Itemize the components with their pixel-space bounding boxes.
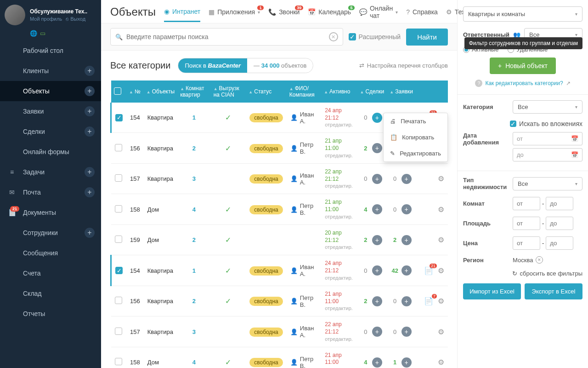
advanced-check[interactable]: ✓ Расширенный [349, 33, 401, 40]
rooms-link[interactable]: 2 [181, 236, 207, 243]
find-button[interactable]: Найти [406, 29, 448, 46]
nav-item-Клиенты[interactable]: Клиенты+ [0, 61, 101, 81]
import-button[interactable]: Импорт из Excel [463, 283, 521, 299]
fio[interactable]: 👤Иван А. [290, 264, 317, 277]
row-check[interactable] [115, 358, 122, 365]
nav-item-Почта[interactable]: ✉Почта+ [0, 182, 101, 202]
date-from[interactable]: от📅 [513, 132, 582, 145]
top-Интранет[interactable]: ◉Интранет [164, 8, 200, 22]
gear-icon[interactable]: ⚙ [438, 297, 444, 305]
search-nested-check[interactable]: ✓Искать во вложениях [510, 120, 582, 127]
rooms-link[interactable]: 1 [181, 267, 207, 274]
plus-icon[interactable]: + [85, 86, 95, 96]
doc-icon[interactable]: 📄7 [424, 297, 433, 305]
gear-icon[interactable]: ⚙ [438, 174, 444, 183]
col-5[interactable]: ▲ФИО/ Компания [287, 80, 321, 103]
row-check[interactable] [115, 144, 122, 151]
col-8[interactable]: ▲Заявки [387, 80, 416, 103]
top-Звонки[interactable]: 📞Звонки39 [268, 8, 300, 16]
help-link[interactable]: ? Как редактировать категории? ↗ [463, 80, 582, 87]
area-to[interactable] [546, 217, 573, 230]
fio[interactable]: 👤Иван А. [290, 325, 317, 339]
plus-icon[interactable]: + [85, 167, 95, 177]
price-from[interactable] [513, 236, 540, 250]
nav-item-Склад[interactable]: Склад [0, 283, 101, 304]
rooms-link[interactable]: 4 [181, 359, 207, 366]
add-req[interactable]: + [401, 357, 412, 368]
row-check[interactable] [115, 174, 122, 182]
plus-icon[interactable]: + [85, 106, 95, 116]
top-Приложения[interactable]: ▦Приложения1▾ [209, 8, 260, 16]
add-deal[interactable]: + [372, 296, 382, 306]
plus-icon[interactable]: + [85, 187, 95, 197]
row-check[interactable] [115, 236, 122, 243]
add-deal[interactable]: + [372, 174, 382, 184]
add-req[interactable]: + [401, 296, 412, 306]
row-check[interactable] [115, 297, 122, 304]
folder-icon[interactable]: ▭ [40, 30, 45, 37]
bazacenter-pill[interactable]: Поиск в BazaCenter — 34 000 объектов [178, 58, 313, 73]
row-check[interactable] [115, 328, 122, 335]
add-req[interactable]: + [401, 327, 412, 337]
col-1[interactable]: ▲Объекты [144, 80, 177, 103]
collapse-panel[interactable]: › [457, 5, 458, 27]
col-0[interactable]: ▲№ [126, 80, 144, 103]
fio[interactable]: 👤Петр В. [290, 141, 317, 155]
nav-item-Рабочий стол[interactable]: Рабочий стол [0, 40, 101, 61]
col-6[interactable]: ▲Активно [321, 80, 357, 103]
fio[interactable]: 👤Петр В. [290, 202, 317, 216]
row-check[interactable]: ✓ [115, 267, 123, 274]
rooms-from[interactable] [513, 197, 540, 210]
fio[interactable]: 👤Иван А. [290, 172, 317, 186]
add-deal[interactable]: + [372, 235, 382, 245]
add-deal[interactable]: + [372, 327, 382, 337]
reset-filters[interactable]: ↻сбросить все фильтры [463, 270, 582, 277]
add-deal[interactable]: + [372, 357, 382, 368]
nav-item-Заявки[interactable]: Заявки+ [0, 101, 101, 121]
nav-item-Сделки[interactable]: Сделки+ [0, 121, 101, 142]
export-button[interactable]: Экспорт в Excel [525, 283, 582, 299]
new-object-button[interactable]: +Новый объект [490, 58, 556, 74]
fio[interactable]: 👤Петр В. [290, 294, 317, 308]
col-4[interactable]: ▲Статус [246, 80, 287, 103]
add-deal[interactable]: + [372, 143, 382, 153]
col-7[interactable]: ▲Сделки [357, 80, 387, 103]
row-check[interactable]: ✓ [115, 114, 123, 121]
nav-item-Счета[interactable]: Счета [0, 263, 101, 283]
add-deal[interactable]: + [372, 204, 382, 214]
gear-icon[interactable]: ⚙ [438, 358, 444, 367]
check-all-header[interactable] [114, 87, 121, 95]
ctx-Печатать[interactable]: 🖨Печатать [384, 113, 447, 129]
add-deal[interactable]: + [372, 265, 382, 276]
nav-item-Отчеты[interactable]: Отчеты [0, 304, 101, 324]
doc-icon[interactable]: 📄21 [424, 266, 433, 275]
nav-item-Сообщения[interactable]: Сообщения [0, 243, 101, 263]
plus-icon[interactable]: + [85, 66, 95, 76]
nav-item-Задачи[interactable]: ≡Задачи+ [0, 162, 101, 182]
rooms-link[interactable]: 1 [181, 114, 207, 121]
globe-icon[interactable]: 🌐 [30, 30, 37, 37]
area-from[interactable] [513, 217, 540, 230]
top-Календарь[interactable]: 📅Календарь5 [308, 8, 351, 16]
rooms-link[interactable]: 4 [181, 206, 207, 213]
nav-item-Документы[interactable]: 📄Документы21 [0, 202, 101, 223]
col-2[interactable]: ▲Комнат квартир [177, 80, 211, 103]
nav-item-Сотрудники[interactable]: Сотрудники+ [0, 223, 101, 243]
ctx-Копировать[interactable]: 📋Копировать [384, 129, 447, 145]
exit-link[interactable]: ⎋ Выход [66, 16, 85, 22]
fio[interactable]: 👤Петр В. [290, 356, 317, 368]
category-select[interactable]: Квартиры и комнаты▾ [463, 6, 582, 22]
price-to[interactable] [546, 236, 573, 250]
rooms-link[interactable]: 2 [181, 145, 207, 152]
gear-icon[interactable]: ⚙ [438, 328, 444, 336]
columns-settings[interactable]: ⇄ Настройка перечня столбцов [359, 62, 448, 69]
rooms-link[interactable]: 3 [181, 328, 207, 335]
nav-item-Объекты[interactable]: Объекты+ [0, 81, 101, 101]
type-select[interactable]: Все▾ [513, 177, 582, 190]
gear-icon[interactable]: ⚙ [438, 266, 444, 275]
cat-select[interactable]: Все▾ [513, 100, 582, 114]
gear-icon[interactable]: ⚙ [438, 205, 444, 214]
rooms-link[interactable]: 3 [181, 175, 207, 182]
col-3[interactable]: ▲Выгрузк на CIAN [211, 80, 246, 103]
add-req[interactable]: + [401, 235, 412, 245]
